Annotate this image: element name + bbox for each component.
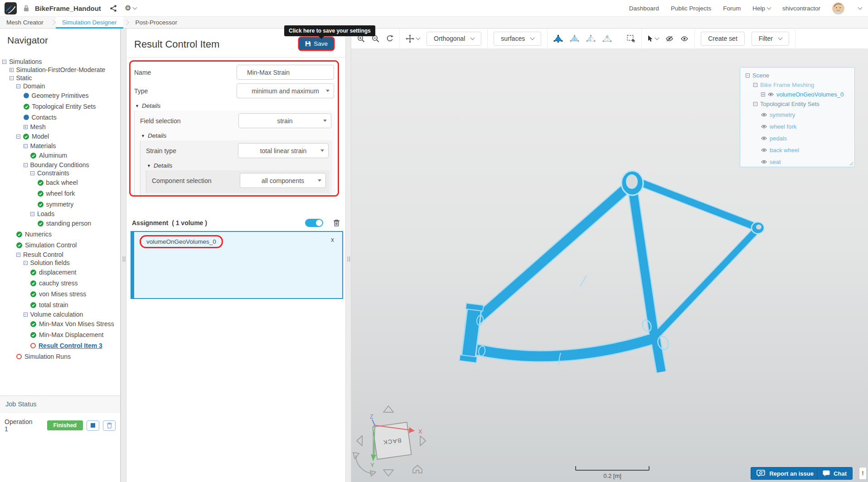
collapse-icon[interactable]: − [2, 60, 6, 64]
tree-item-label[interactable]: Boundary Conditions [30, 161, 89, 169]
nav-public-projects[interactable]: Public Projects [671, 5, 711, 12]
viewport-canvas[interactable]: BACK X Y Z 0.2 [m] [351, 48, 868, 482]
collapse-icon[interactable]: − [746, 73, 750, 77]
scene-item-wheel-fork[interactable]: wheel fork [740, 120, 854, 132]
panel-resize-gutter[interactable] [345, 29, 351, 482]
tree-item-simulation-firstorder-moderate[interactable]: +Simulation-FirstOrder-Moderate [0, 66, 120, 74]
tree-item-aluminum[interactable]: Aluminum [0, 150, 120, 161]
tree-item-loads[interactable]: −Loads [0, 210, 120, 218]
settings-gear-icon[interactable]: ⚙ [125, 5, 136, 12]
tree-item-label[interactable]: Static [16, 74, 32, 82]
collapse-icon[interactable]: − [16, 253, 20, 257]
scene-item-label[interactable]: back wheel [770, 147, 799, 154]
tree-item-standing-person[interactable]: standing person [0, 218, 120, 229]
tab-post-processor[interactable]: Post-Processor [129, 17, 184, 28]
tree-item-label[interactable]: Aluminum [39, 152, 67, 159]
tetra-wireframe-icon[interactable] [586, 35, 596, 43]
tree-item-domain[interactable]: −Domain [0, 82, 120, 90]
tab-mesh-creator[interactable]: Mesh Creator [0, 17, 50, 28]
resize-handle-icon[interactable] [849, 162, 853, 166]
tree-item-label[interactable]: Simulation Control [25, 241, 77, 249]
tree-item-numerics[interactable]: Numerics [0, 229, 120, 240]
tree-item-label[interactable]: Simulation-FirstOrder-Moderate [16, 66, 106, 73]
eye-icon[interactable] [761, 113, 767, 117]
eye-icon[interactable] [761, 160, 767, 164]
tree-item-symmetry[interactable]: symmetry [0, 199, 120, 210]
collapse-icon[interactable]: − [16, 135, 20, 139]
assignment-item-chip[interactable]: volumeOnGeoVolumes_0 [140, 235, 223, 248]
scene-item-volumeongeovolumes-0[interactable]: +volumeOnGeoVolumes_0 [740, 90, 854, 99]
stop-job-button[interactable] [87, 420, 99, 431]
tree-item-simulation-runs[interactable]: Simulation Runs [0, 351, 120, 362]
tree-item-label[interactable]: Constraints [37, 169, 69, 177]
tetra-translucent-icon[interactable] [570, 35, 579, 43]
tetra-points-icon[interactable] [602, 35, 612, 43]
tree-item-materials[interactable]: −Materials [0, 142, 120, 150]
tree-item-simulations[interactable]: −Simulations [0, 58, 120, 66]
hide-selection-icon[interactable] [665, 36, 674, 42]
nav-help[interactable]: Help [752, 5, 771, 12]
render-mode-select-button[interactable]: surfaces [494, 32, 541, 46]
collapse-icon[interactable]: − [753, 102, 757, 106]
expand-icon[interactable]: + [761, 92, 765, 96]
tree-item-label[interactable]: Mesh [30, 123, 46, 130]
tree-item-label[interactable]: Model [32, 133, 49, 140]
tree-item-label[interactable]: Contacts [32, 114, 57, 121]
tree-item-static[interactable]: −Static [0, 74, 120, 82]
collapse-icon[interactable]: − [753, 83, 757, 87]
chevron-down-icon[interactable] [858, 5, 863, 10]
nav-username[interactable]: shivcontractor [782, 5, 820, 12]
expand-icon[interactable]: + [24, 125, 28, 129]
name-input[interactable] [237, 65, 334, 80]
tab-simulation-designer[interactable]: Simulation Designer [56, 17, 123, 28]
collapse-icon[interactable]: − [24, 261, 28, 265]
scene-item-label[interactable]: volumeOnGeoVolumes_0 [776, 91, 844, 98]
share-icon[interactable] [110, 5, 116, 12]
tree-item-von-mises-stress[interactable]: von Mises stress [0, 289, 120, 299]
tree-item-label[interactable]: Result Control Item 3 [39, 342, 102, 349]
collapse-icon[interactable]: − [30, 171, 34, 175]
scene-item-pedals[interactable]: pedals [740, 132, 854, 144]
projection-select-button[interactable]: Orthogonal [427, 32, 481, 46]
type-select[interactable]: minimum and maximum [237, 83, 334, 98]
nav-forum[interactable]: Forum [723, 5, 741, 12]
tree-item-cauchy-stress[interactable]: cauchy stress [0, 278, 120, 289]
tree-item-label[interactable]: Min-Max Von Mises Stress [39, 320, 114, 328]
tree-item-geometry-primitives[interactable]: Geometry Primitives [0, 90, 120, 101]
tree-item-model[interactable]: −Model [0, 131, 120, 142]
tree-item-simulation-control[interactable]: Simulation Control [0, 240, 120, 251]
scene-item-label[interactable]: Bike Frame Meshing [760, 82, 814, 88]
avatar[interactable] [832, 2, 844, 14]
details-header[interactable]: ▼Details [134, 100, 335, 111]
alert-button[interactable]: ! [859, 467, 867, 480]
eye-icon[interactable] [761, 148, 767, 152]
tree-item-label[interactable]: back wheel [46, 179, 78, 186]
scene-item-back-wheel[interactable]: back wheel [740, 144, 854, 156]
tree-item-wheel-fork[interactable]: wheel fork [0, 188, 120, 199]
collapse-icon[interactable]: − [24, 313, 28, 317]
delete-job-button[interactable] [103, 420, 116, 431]
eye-icon[interactable] [768, 92, 774, 96]
tree-item-constraints[interactable]: −Constraints [0, 169, 120, 177]
tree-item-solution-fields[interactable]: −Solution fields [0, 259, 120, 267]
scene-item-label[interactable]: seat [770, 159, 781, 165]
tree-item-label[interactable]: Materials [30, 142, 56, 149]
field-selection-select[interactable]: strain [238, 113, 331, 128]
tree-item-label[interactable]: displacement [39, 269, 77, 276]
create-set-button[interactable]: Create set [701, 32, 745, 46]
show-selection-icon[interactable] [680, 36, 689, 42]
component-selection-select[interactable]: all components [240, 173, 326, 188]
scene-item-bike-frame-meshing[interactable]: −Bike Frame Meshing [740, 80, 854, 90]
scene-item-seat[interactable]: seat [740, 156, 854, 168]
collapse-icon[interactable]: − [30, 212, 34, 216]
remove-assignment-icon[interactable]: x [331, 236, 334, 243]
box-select-icon[interactable] [627, 35, 635, 43]
panel-resize-gutter[interactable] [121, 29, 126, 482]
details-header[interactable]: ▼Details [140, 130, 332, 140]
filter-button[interactable]: Filter [752, 32, 789, 46]
tree-item-back-wheel[interactable]: back wheel [0, 177, 120, 188]
tree-item-label[interactable]: Simulation Runs [24, 353, 71, 360]
pan-move-icon[interactable] [406, 34, 420, 43]
refresh-icon[interactable] [386, 35, 393, 42]
tree-item-label[interactable]: wheel fork [46, 190, 75, 197]
